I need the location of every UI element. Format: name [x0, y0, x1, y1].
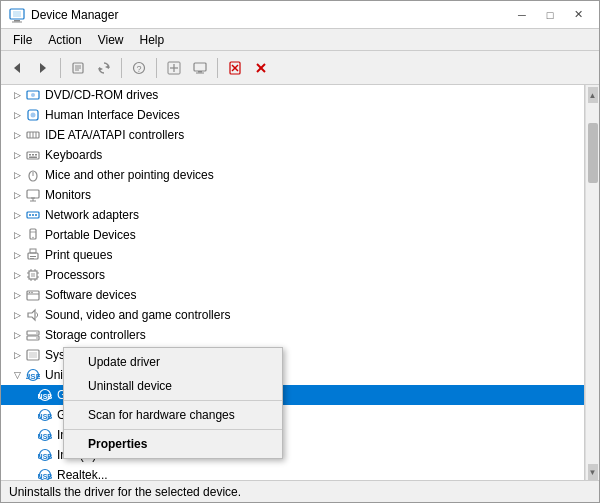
- system-icon: [25, 347, 41, 363]
- tree-item-storage[interactable]: ▷ Storage controllers: [1, 325, 584, 345]
- close-button[interactable]: ✕: [565, 5, 591, 25]
- tree-item-print[interactable]: ▷ Print queues: [1, 245, 584, 265]
- svg-rect-56: [31, 273, 35, 277]
- mice-icon: [25, 167, 41, 183]
- hid-icon: [25, 107, 41, 123]
- properties-toolbar-button[interactable]: [66, 56, 90, 80]
- svg-rect-35: [32, 154, 34, 156]
- remove-toolbar-button[interactable]: [249, 56, 273, 80]
- tree-item-keyboards[interactable]: ▷ Keyboards: [1, 145, 584, 165]
- expand-icon-network[interactable]: ▷: [9, 207, 25, 223]
- tree-item-portable[interactable]: ▷ Portable Devices: [1, 225, 584, 245]
- svg-marker-11: [99, 67, 103, 71]
- menu-action[interactable]: Action: [40, 29, 89, 50]
- tree-item-software[interactable]: ▷ Software devices: [1, 285, 584, 305]
- svg-rect-75: [29, 352, 37, 358]
- svg-point-47: [35, 214, 37, 216]
- intel1-icon: USB: [37, 427, 53, 443]
- svg-point-46: [32, 214, 34, 216]
- expand-icon-dvd[interactable]: ▷: [9, 87, 25, 103]
- tree-item-sound[interactable]: ▷ Sound, video and game controllers: [1, 305, 584, 325]
- expand-icon-ide[interactable]: ▷: [9, 127, 25, 143]
- menu-help[interactable]: Help: [132, 29, 173, 50]
- toolbar: ?: [1, 51, 599, 85]
- scan-toolbar-button[interactable]: [162, 56, 186, 80]
- tree-label-dvd: DVD/CD-ROM drives: [45, 88, 158, 102]
- expand-icon-print[interactable]: ▷: [9, 247, 25, 263]
- ctx-update-driver[interactable]: Update driver: [64, 350, 282, 374]
- back-button[interactable]: [5, 56, 29, 80]
- title-bar: Device Manager ─ □ ✕: [1, 1, 599, 29]
- svg-text:USB: USB: [38, 413, 52, 420]
- content-area: ▷ DVD/CD-ROM drives ▷ Human Interface De…: [1, 85, 599, 480]
- expand-icon-hid[interactable]: ▷: [9, 107, 25, 123]
- svg-text:USB: USB: [38, 473, 52, 480]
- menu-file[interactable]: File: [5, 29, 40, 50]
- tree-item-ide[interactable]: ▷ IDE ATA/ATAPI controllers: [1, 125, 584, 145]
- ctx-separator-2: [64, 429, 282, 430]
- expand-icon-sound[interactable]: ▷: [9, 307, 25, 323]
- expand-icon-system[interactable]: ▷: [9, 347, 25, 363]
- expand-icon-mice[interactable]: ▷: [9, 167, 25, 183]
- toolbar-separator-4: [217, 58, 218, 78]
- expand-icon-usb[interactable]: ▽: [9, 367, 25, 383]
- tree-item-processors[interactable]: ▷ Processors: [1, 265, 584, 285]
- svg-point-45: [29, 214, 31, 216]
- svg-marker-69: [28, 310, 35, 320]
- tree-label-network: Network adapters: [45, 208, 139, 222]
- expand-icon-storage[interactable]: ▷: [9, 327, 25, 343]
- svg-text:USB: USB: [38, 453, 52, 460]
- toolbar-separator-3: [156, 58, 157, 78]
- tree-item-monitors[interactable]: ▷ Monitors: [1, 185, 584, 205]
- expand-icon-software[interactable]: ▷: [9, 287, 25, 303]
- expand-icon-processors[interactable]: ▷: [9, 267, 25, 283]
- svg-rect-34: [29, 154, 31, 156]
- tree-item-dvd[interactable]: ▷ DVD/CD-ROM drives: [1, 85, 584, 105]
- menu-view[interactable]: View: [90, 29, 132, 50]
- svg-rect-52: [30, 249, 36, 253]
- refresh-toolbar-button[interactable]: [92, 56, 116, 80]
- tree-item-network[interactable]: ▷ Network adapters: [1, 205, 584, 225]
- svg-rect-2: [14, 20, 20, 22]
- uninstall-toolbar-button[interactable]: [223, 56, 247, 80]
- expand-icon-monitors[interactable]: ▷: [9, 187, 25, 203]
- tree-label-keyboards: Keyboards: [45, 148, 102, 162]
- tree-item-realtek[interactable]: USB Realtek...: [1, 465, 584, 480]
- tree-panel[interactable]: ▷ DVD/CD-ROM drives ▷ Human Interface De…: [1, 85, 585, 480]
- intel2-icon: USB: [37, 447, 53, 463]
- svg-text:USB: USB: [38, 433, 52, 440]
- display-toolbar-button[interactable]: [188, 56, 212, 80]
- storage-icon: [25, 327, 41, 343]
- ctx-uninstall-device[interactable]: Uninstall device: [64, 374, 282, 398]
- scroll-thumb[interactable]: [588, 123, 598, 183]
- tree-label-realtek: Realtek...: [57, 468, 108, 480]
- portable-icon: [25, 227, 41, 243]
- svg-marker-10: [105, 65, 109, 69]
- dvd-icon: [25, 87, 41, 103]
- ctx-properties[interactable]: Properties: [64, 432, 282, 456]
- svg-text:?: ?: [136, 64, 141, 74]
- scrollbar[interactable]: ▲ ▼: [585, 85, 599, 480]
- expand-icon-keyboards[interactable]: ▷: [9, 147, 25, 163]
- title-bar-left: Device Manager: [9, 7, 118, 23]
- ide-icon: [25, 127, 41, 143]
- toolbar-separator-1: [60, 58, 61, 78]
- forward-button[interactable]: [31, 56, 55, 80]
- tree-label-mice: Mice and other pointing devices: [45, 168, 214, 182]
- maximize-button[interactable]: □: [537, 5, 563, 25]
- context-menu: Update driver Uninstall device Scan for …: [63, 347, 283, 459]
- network-icon: [25, 207, 41, 223]
- tree-item-hid[interactable]: ▷ Human Interface Devices: [1, 105, 584, 125]
- svg-point-67: [29, 292, 31, 294]
- svg-text:USB: USB: [38, 393, 52, 400]
- help-toolbar-button[interactable]: ?: [127, 56, 151, 80]
- minimize-button[interactable]: ─: [509, 5, 535, 25]
- tree-item-mice[interactable]: ▷ Mice and other pointing devices: [1, 165, 584, 185]
- svg-point-72: [36, 332, 38, 334]
- tree-label-software: Software devices: [45, 288, 136, 302]
- device-manager-window: Device Manager ─ □ ✕ File Action View He…: [0, 0, 600, 503]
- tree-label-sound: Sound, video and game controllers: [45, 308, 230, 322]
- svg-rect-53: [30, 256, 36, 257]
- expand-icon-portable[interactable]: ▷: [9, 227, 25, 243]
- ctx-scan-hardware[interactable]: Scan for hardware changes: [64, 403, 282, 427]
